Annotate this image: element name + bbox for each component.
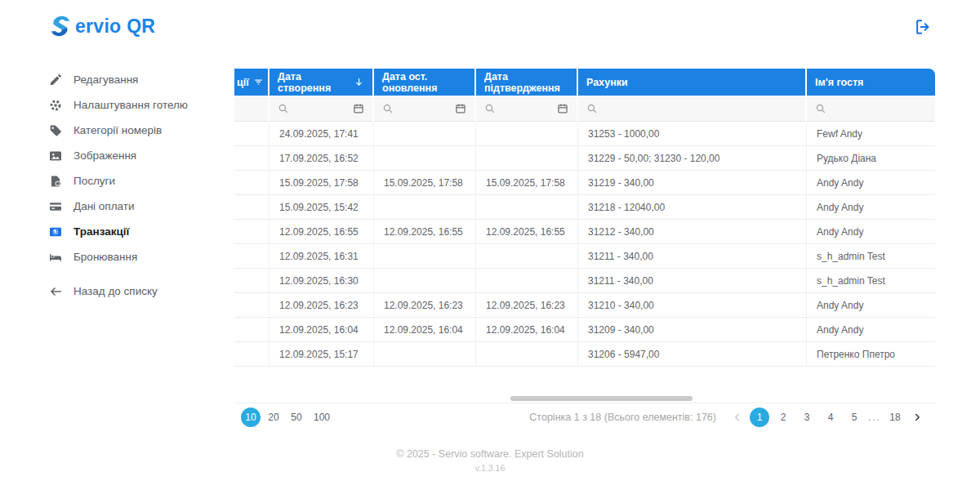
app-window: ervio QR Редагування Налаштування готелю… [0, 0, 980, 481]
cell-created: 24.09.2025, 17:41 [270, 122, 374, 146]
filter-input-created[interactable] [294, 100, 348, 117]
chevron-left-icon [732, 412, 743, 423]
sidebar-item-label: Транзакції [74, 225, 129, 238]
previous-page-button[interactable] [729, 409, 746, 425]
cell-accounts: 31229 - 50,00; 31230 - 120,00 [578, 146, 807, 171]
tag-icon [49, 124, 62, 137]
search-icon [382, 103, 394, 114]
table-row[interactable]: 15.09.2025, 15:42 31218 - 12040,00 Andy … [234, 195, 935, 220]
sort-desc-icon[interactable] [354, 77, 364, 87]
cell-confirmed [476, 122, 578, 146]
cell-created: 15.09.2025, 15:42 [270, 195, 374, 220]
filter-icon[interactable] [253, 77, 264, 87]
cell-created: 12.09.2025, 16:30 [270, 269, 374, 293]
back-to-list-link[interactable]: Назад до списку [49, 278, 225, 304]
table-row[interactable]: 12.09.2025, 16:55 12.09.2025, 16:55 12.0… [234, 220, 935, 244]
page-footer: © 2025 - Servio software. Expert Solutio… [0, 448, 980, 473]
back-to-list-label: Назад до списку [74, 285, 158, 297]
cell-accounts: 31218 - 12040,00 [578, 195, 807, 220]
table-row[interactable]: 15.09.2025, 17:58 15.09.2025, 17:58 15.0… [234, 171, 935, 195]
cell-confirmed: 12.09.2025, 16:55 [476, 220, 578, 244]
table-row[interactable]: 12.09.2025, 16:04 12.09.2025, 16:04 12.0… [234, 318, 935, 342]
table-row[interactable]: 12.09.2025, 15:17 31206 - 5947,00 Петрен… [234, 342, 935, 367]
table-row[interactable]: 12.09.2025, 16:23 12.09.2025, 16:23 12.0… [234, 293, 935, 318]
cell-confirmed [476, 195, 578, 220]
page-ellipsis: ... [868, 412, 881, 423]
cell-guest-name: Andy Andy [807, 171, 935, 195]
filter-cell-updated [374, 96, 476, 122]
page-1-button[interactable]: 1 [750, 408, 769, 427]
sidebar-item-editing[interactable]: Редагування [49, 67, 225, 92]
cell-updated: 12.09.2025, 16:55 [374, 220, 476, 244]
calendar-button[interactable] [455, 103, 466, 114]
column-header-accounts[interactable]: Рахунки [578, 69, 807, 96]
sidebar-item-room-categories[interactable]: Категорії номерів [49, 118, 225, 143]
sidebar-item-hotel-settings[interactable]: Налаштування готелю [49, 92, 225, 118]
cell-guest-name: Fewf Andy [807, 122, 935, 146]
sidebar: Редагування Налаштування готелю Категорі… [49, 67, 225, 304]
column-header-id-truncated[interactable]: ції [234, 69, 270, 96]
cell-guest-name: Петренко Ппетро [807, 342, 935, 367]
filter-cell-id [234, 96, 270, 122]
page-2-button[interactable]: 2 [773, 408, 793, 427]
cell-accounts: 31212 - 340,00 [578, 220, 807, 244]
pencil-icon [49, 73, 62, 87]
cell-guest-name: Рудько Діана [807, 146, 935, 171]
table-row[interactable]: 17.09.2025, 16:52 31229 - 50,00; 31230 -… [234, 146, 935, 171]
page-5-button[interactable]: 5 [844, 408, 864, 427]
sidebar-item-label: Категорії номерів [74, 124, 162, 136]
copyright-text: © 2025 - Servio software. Expert Solutio… [0, 448, 980, 460]
table-row[interactable]: 12.09.2025, 16:31 31211 - 340,00 s_h_adm… [234, 244, 935, 269]
table-row[interactable]: 24.09.2025, 17:41 31253 - 1000,00 Fewf A… [234, 122, 935, 146]
page-4-button[interactable]: 4 [821, 408, 840, 427]
sidebar-item-services[interactable]: Послуги [49, 168, 225, 194]
cell-updated [374, 269, 476, 293]
cell-accounts: 31209 - 340,00 [578, 318, 807, 342]
filter-input-guest-name[interactable] [831, 100, 927, 117]
sidebar-item-transactions[interactable]: Транзакції [49, 219, 225, 244]
page-size-selector: 10 20 50 100 [241, 408, 334, 427]
page-size-10-button[interactable]: 10 [241, 408, 261, 427]
transactions-table-region: ції Дата створення Дата ост. оновлення [234, 69, 935, 403]
cell-updated [374, 342, 476, 367]
pager: 1 2 3 4 5 ... 18 [729, 408, 925, 427]
next-page-button[interactable] [909, 409, 925, 425]
sidebar-item-bookings[interactable]: Бронювання [49, 244, 225, 269]
sidebar-item-payment-data[interactable]: Дані оплати [49, 194, 225, 219]
column-header-updated[interactable]: Дата ост. оновлення [374, 69, 476, 96]
filter-input-accounts[interactable] [603, 100, 797, 117]
column-header-confirmed[interactable]: Дата підтвердження [476, 69, 578, 96]
logout-icon [914, 18, 932, 36]
sidebar-item-images[interactable]: Зображення [49, 143, 225, 168]
column-header-created[interactable]: Дата створення [270, 69, 374, 96]
cell-updated [374, 146, 476, 171]
page-size-100-button[interactable]: 100 [310, 408, 334, 427]
search-icon [484, 103, 496, 114]
cell-confirmed: 12.09.2025, 16:23 [476, 293, 578, 318]
cell-confirmed [476, 342, 578, 367]
search-icon [278, 103, 289, 114]
calendar-button[interactable] [557, 103, 568, 114]
horizontal-scrollbar-thumb[interactable] [510, 396, 693, 401]
cell-updated: 15.09.2025, 17:58 [374, 171, 476, 195]
transactions-table: ції Дата створення Дата ост. оновлення [234, 69, 935, 367]
cell-guest-name: Andy Andy [807, 195, 935, 220]
cell-id [234, 293, 270, 318]
column-header-guest-name[interactable]: Ім'я гостя [807, 69, 935, 96]
cell-accounts: 31211 - 340,00 [578, 244, 807, 269]
filter-input-confirmed[interactable] [501, 100, 552, 117]
search-icon [815, 103, 826, 114]
logout-button[interactable] [913, 18, 933, 38]
logo-text: ervio QR [75, 16, 155, 38]
calendar-button[interactable] [353, 103, 364, 114]
table-container: ції Дата створення Дата ост. оновлення [234, 69, 935, 403]
page-size-50-button[interactable]: 50 [287, 408, 306, 427]
page-size-20-button[interactable]: 20 [264, 408, 283, 427]
page-3-button[interactable]: 3 [797, 408, 817, 427]
servio-logo[interactable]: ervio QR [47, 12, 155, 40]
cell-guest-name: s_h_admin Test [807, 244, 935, 269]
table-row[interactable]: 12.09.2025, 16:30 31211 - 340,00 s_h_adm… [234, 269, 935, 293]
filter-input-updated[interactable] [399, 100, 450, 117]
page-18-button[interactable]: 18 [885, 408, 905, 427]
cell-id [234, 318, 270, 342]
